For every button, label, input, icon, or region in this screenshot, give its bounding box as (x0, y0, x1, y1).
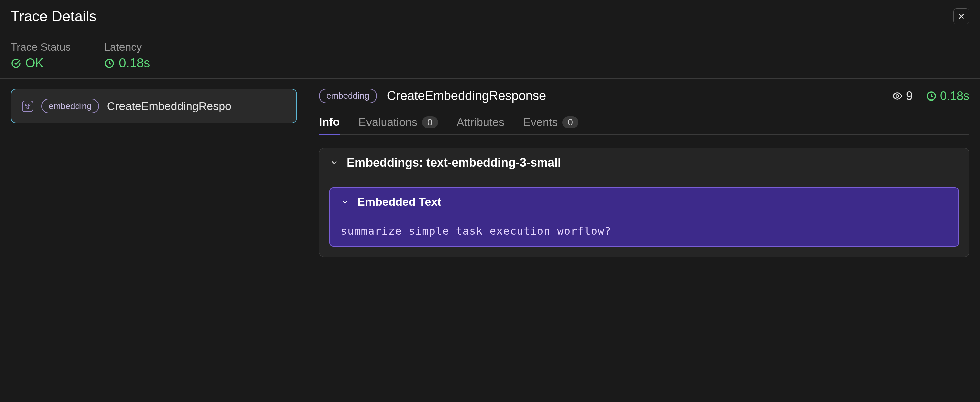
detail-header-right: 9 0.18s (892, 89, 969, 103)
detail-header: embedding CreateEmbeddingResponse 9 (319, 89, 969, 110)
sidebar: embedding CreateEmbeddingRespo (0, 79, 309, 384)
embedded-text-title: Embedded Text (358, 195, 441, 208)
trace-status: Trace Status OK (11, 41, 71, 70)
chevron-down-icon (330, 158, 339, 167)
embeddings-section-header[interactable]: Embeddings: text-embedding-3-small (320, 148, 969, 177)
tab-events[interactable]: Events 0 (523, 110, 579, 134)
trace-status-label: Trace Status (11, 41, 71, 53)
check-circle-icon (11, 58, 21, 69)
embedding-icon (22, 100, 33, 112)
events-count-badge: 0 (562, 116, 579, 128)
latency: Latency 0.18s (104, 41, 150, 70)
tab-attributes[interactable]: Attributes (457, 110, 505, 134)
close-icon (957, 12, 966, 21)
tab-info[interactable]: Info (319, 110, 340, 135)
tabs: Info Evaluations 0 Attributes Events 0 (319, 110, 969, 134)
clock-icon (104, 58, 115, 69)
detail-header-left: embedding CreateEmbeddingResponse (319, 89, 546, 103)
close-button[interactable] (953, 8, 969, 24)
main-content: embedding CreateEmbeddingRespo embedding… (0, 79, 980, 384)
latency-metric: 0.18s (926, 89, 969, 103)
latency-value: 0.18s (104, 56, 150, 70)
embedded-text-section: Embedded Text summarize simple task exec… (329, 187, 959, 247)
svg-point-4 (896, 95, 899, 97)
embedded-text-header[interactable]: Embedded Text (330, 188, 958, 216)
evaluations-count-badge: 0 (422, 116, 438, 128)
trace-item[interactable]: embedding CreateEmbeddingRespo (11, 89, 297, 123)
eye-icon (892, 91, 902, 102)
detail-title: CreateEmbeddingResponse (387, 89, 546, 103)
page-title: Trace Details (11, 8, 97, 25)
tab-evaluations[interactable]: Evaluations 0 (358, 110, 438, 134)
trace-status-value: OK (11, 56, 71, 70)
detail-panel: embedding CreateEmbeddingResponse 9 (309, 79, 980, 384)
detail-tag: embedding (319, 89, 377, 103)
embeddings-section: Embeddings: text-embedding-3-small Embed… (319, 148, 969, 257)
header: Trace Details (0, 0, 980, 33)
embeddings-section-title: Embeddings: text-embedding-3-small (347, 156, 561, 170)
clock-icon (926, 91, 937, 102)
chevron-down-icon (341, 198, 350, 206)
embedded-text-content: summarize simple task execution worflow? (330, 216, 958, 246)
token-metric: 9 (892, 89, 913, 103)
embedding-tag: embedding (41, 99, 99, 113)
latency-label: Latency (104, 41, 150, 53)
trace-item-title: CreateEmbeddingRespo (107, 99, 231, 113)
svg-point-3 (27, 107, 29, 108)
status-bar: Trace Status OK Latency 0.18s (0, 33, 980, 79)
